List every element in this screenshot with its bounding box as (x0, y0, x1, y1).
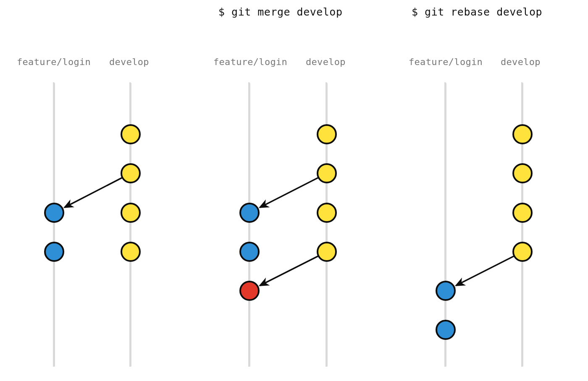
commit-node (240, 204, 259, 222)
commit-node (45, 243, 63, 261)
commit-arrow (65, 177, 123, 207)
diagram-canvas: $ git merge develop $ git rebase develop… (0, 0, 588, 381)
commit-arrow (260, 256, 318, 285)
commit-node (121, 243, 140, 261)
commit-node (513, 204, 532, 222)
graph-svg (0, 0, 588, 381)
commit-node (318, 204, 336, 222)
commit-arrow (456, 256, 514, 285)
commit-node (121, 164, 140, 183)
commit-node (318, 243, 336, 261)
commit-node (436, 282, 455, 300)
commit-node (318, 164, 336, 183)
commit-node (318, 125, 336, 144)
commit-node (513, 125, 532, 144)
commit-node (240, 282, 259, 300)
commit-node (513, 164, 532, 183)
commit-node (45, 204, 63, 222)
commit-node (240, 243, 259, 261)
commit-node (121, 204, 140, 222)
commit-node (513, 243, 532, 261)
commit-node (436, 321, 455, 339)
commit-node (121, 125, 140, 144)
commit-arrow (260, 177, 318, 207)
